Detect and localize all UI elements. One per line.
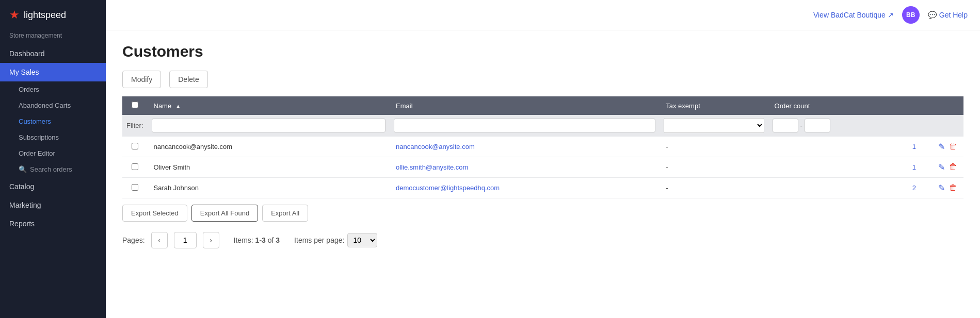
page-title: Customers bbox=[122, 43, 963, 60]
row-email-cell[interactable]: ollie.smith@anysite.com bbox=[390, 157, 660, 178]
sidebar-item-reports[interactable]: Reports bbox=[0, 214, 106, 233]
email-link-1[interactable]: ollie.smith@anysite.com bbox=[396, 163, 468, 171]
edit-icon-2[interactable]: ✎ bbox=[938, 183, 945, 193]
filter-row: Filter: Yes No bbox=[122, 115, 963, 137]
page-number-input[interactable]: 1 bbox=[174, 232, 197, 248]
row-tax-exempt-cell: - bbox=[660, 137, 768, 157]
next-page-button[interactable]: › bbox=[203, 232, 219, 248]
items-per-page-label: Items per page: bbox=[294, 236, 344, 244]
main-content: View BadCat Boutique ↗ BB 💬 Get Help Cus… bbox=[106, 0, 980, 318]
row-order-count-cell[interactable]: 1 bbox=[768, 157, 922, 178]
logo-text: lightspeed bbox=[24, 10, 66, 21]
page-content: Customers Modify Delete Name ▲ Email bbox=[106, 30, 980, 318]
tax-exempt-filter-select[interactable]: Yes No bbox=[664, 118, 764, 133]
sidebar-item-label: Reports bbox=[9, 220, 35, 228]
items-range: 1-3 bbox=[255, 236, 266, 244]
external-link-icon: ↗ bbox=[888, 11, 894, 19]
sidebar-item-label: Order Editor bbox=[19, 149, 55, 157]
edit-icon-1[interactable]: ✎ bbox=[938, 162, 945, 172]
row-action-buttons: ✎ 🗑 bbox=[928, 142, 957, 152]
modify-button[interactable]: Modify bbox=[122, 71, 161, 88]
sort-asc-icon: ▲ bbox=[175, 103, 181, 109]
row-order-count-cell[interactable]: 1 bbox=[768, 137, 922, 157]
pages-label: Pages: bbox=[122, 236, 145, 244]
tax-exempt-label: Tax exempt bbox=[666, 102, 700, 110]
sidebar-item-order-editor[interactable]: Order Editor bbox=[0, 145, 106, 161]
order-count-column-header[interactable]: Order count bbox=[768, 96, 922, 115]
sidebar: ★ lightspeed Store management Dashboard … bbox=[0, 0, 106, 318]
tax-exempt-column-header[interactable]: Tax exempt bbox=[660, 96, 768, 115]
topbar: View BadCat Boutique ↗ BB 💬 Get Help bbox=[106, 0, 980, 30]
row-checkbox-cell[interactable] bbox=[122, 178, 148, 198]
name-column-header[interactable]: Name ▲ bbox=[148, 96, 390, 115]
email-filter-input[interactable] bbox=[394, 119, 655, 132]
delete-icon-0[interactable]: 🗑 bbox=[949, 142, 957, 152]
items-info: Items: 1-3 of 3 bbox=[234, 236, 280, 244]
row-email-cell[interactable]: nancancook@anysite.com bbox=[390, 137, 660, 157]
email-filter-cell[interactable] bbox=[390, 115, 660, 137]
email-link-2[interactable]: democustomer@lightspeedhq.com bbox=[396, 184, 500, 192]
delete-button[interactable]: Delete bbox=[169, 71, 207, 88]
delete-icon-2[interactable]: 🗑 bbox=[949, 183, 957, 193]
row-actions-cell: ✎ 🗑 bbox=[922, 178, 963, 198]
row-email-cell[interactable]: democustomer@lightspeedhq.com bbox=[390, 178, 660, 198]
email-link-0[interactable]: nancancook@anysite.com bbox=[396, 143, 475, 150]
sidebar-item-dashboard[interactable]: Dashboard bbox=[0, 44, 106, 63]
row-checkbox-cell[interactable] bbox=[122, 137, 148, 157]
order-count-label: Order count bbox=[775, 102, 810, 110]
row-name-cell: nancancook@anysite.com bbox=[148, 137, 390, 157]
order-count-filter-cell[interactable]: - bbox=[768, 115, 922, 137]
get-help-label: Get Help bbox=[939, 11, 968, 19]
edit-icon-0[interactable]: ✎ bbox=[938, 142, 945, 152]
row-actions-header bbox=[922, 96, 963, 115]
email-column-header[interactable]: Email bbox=[390, 96, 660, 115]
name-filter-cell[interactable] bbox=[148, 115, 390, 137]
logo[interactable]: ★ lightspeed bbox=[0, 0, 106, 30]
row-tax-exempt-cell: - bbox=[660, 157, 768, 178]
user-avatar[interactable]: BB bbox=[902, 6, 920, 24]
prev-page-button[interactable]: ‹ bbox=[151, 232, 168, 248]
order-count-min-input[interactable] bbox=[773, 119, 798, 132]
row-order-count-cell[interactable]: 2 bbox=[768, 178, 922, 198]
name-filter-input[interactable] bbox=[152, 119, 386, 132]
search-icon: 🔍 bbox=[19, 165, 27, 173]
row-tax-exempt-cell: - bbox=[660, 178, 768, 198]
tax-exempt-filter-cell[interactable]: Yes No bbox=[660, 115, 768, 137]
order-count-link-1[interactable]: 1 bbox=[912, 163, 916, 171]
select-all-checkbox-header[interactable] bbox=[122, 96, 148, 115]
order-count-link-2[interactable]: 2 bbox=[912, 184, 916, 192]
items-per-page: Items per page: 102550100 bbox=[294, 233, 377, 247]
sidebar-item-abandoned-carts[interactable]: Abandoned Carts bbox=[0, 97, 106, 113]
sidebar-item-label: My Sales bbox=[9, 68, 39, 76]
row-action-buttons: ✎ 🗑 bbox=[928, 183, 957, 193]
row-checkbox-2[interactable] bbox=[132, 184, 138, 191]
sidebar-item-catalog[interactable]: Catalog bbox=[0, 177, 106, 196]
items-per-page-select[interactable]: 102550100 bbox=[347, 233, 377, 247]
row-actions-cell: ✎ 🗑 bbox=[922, 137, 963, 157]
select-all-checkbox[interactable] bbox=[132, 102, 138, 108]
search-orders-input[interactable]: 🔍 Search orders bbox=[0, 161, 106, 177]
sidebar-item-my-sales[interactable]: My Sales bbox=[0, 63, 106, 81]
order-count-max-input[interactable] bbox=[805, 119, 830, 132]
sidebar-item-subscriptions[interactable]: Subscriptions bbox=[0, 129, 106, 145]
delete-icon-1[interactable]: 🗑 bbox=[949, 162, 957, 172]
sidebar-item-label: Abandoned Carts bbox=[19, 102, 71, 109]
export-buttons-row: Export Selected Export All Found Export … bbox=[122, 205, 963, 222]
export-selected-button[interactable]: Export Selected bbox=[122, 205, 187, 222]
export-all-button[interactable]: Export All bbox=[262, 205, 308, 222]
order-count-link-0[interactable]: 1 bbox=[912, 143, 916, 150]
get-help-button[interactable]: 💬 Get Help bbox=[928, 11, 968, 19]
items-total: 3 bbox=[276, 236, 280, 244]
row-checkbox-cell[interactable] bbox=[122, 157, 148, 178]
row-name-cell: Sarah Johnson bbox=[148, 178, 390, 198]
range-dash: - bbox=[800, 122, 802, 129]
sidebar-item-customers[interactable]: Customers bbox=[0, 113, 106, 129]
sidebar-item-marketing[interactable]: Marketing bbox=[0, 196, 106, 214]
search-orders-label: Search orders bbox=[30, 165, 72, 173]
row-checkbox-0[interactable] bbox=[132, 143, 138, 149]
table-row: Oliver Smith ollie.smith@anysite.com - 1… bbox=[122, 157, 963, 178]
view-store-link[interactable]: View BadCat Boutique ↗ bbox=[813, 11, 894, 19]
row-checkbox-1[interactable] bbox=[132, 163, 138, 170]
export-all-found-button[interactable]: Export All Found bbox=[191, 205, 258, 222]
sidebar-item-orders[interactable]: Orders bbox=[0, 81, 106, 97]
